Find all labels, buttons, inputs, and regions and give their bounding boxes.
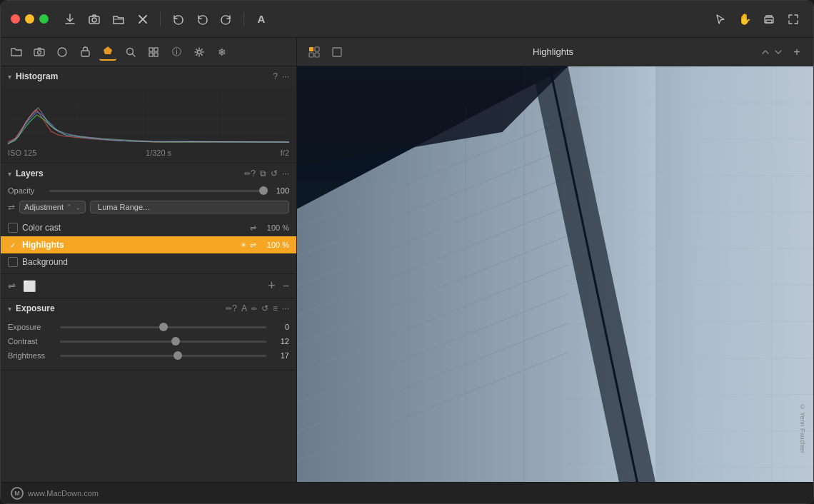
cursor-tool-icon[interactable]	[710, 9, 730, 29]
layer-item-highlights[interactable]: ✓ Highlights ☀ ⇌ 100 %	[1, 236, 296, 253]
camera-panel-tool[interactable]	[31, 44, 48, 61]
folder-panel-tool[interactable]	[8, 44, 25, 61]
title-chevron-down-icon	[773, 47, 783, 57]
text-icon[interactable]: A	[251, 9, 271, 29]
svg-marker-10	[104, 46, 112, 54]
layers-chevron: ▾	[8, 170, 11, 178]
background-checkbox[interactable]	[8, 257, 18, 267]
layers-add-icon[interactable]: +	[268, 278, 276, 293]
exposure-auto-icon[interactable]: A	[241, 303, 247, 313]
histogram-chevron: ▾	[8, 73, 11, 81]
svg-point-8	[58, 48, 66, 56]
exposure-value: 0	[272, 323, 289, 331]
color-cast-checkbox[interactable]	[8, 223, 18, 233]
svg-point-7	[38, 51, 41, 54]
delete-icon[interactable]	[133, 9, 153, 29]
toolbar-separator-2	[243, 12, 244, 26]
watermark: © Yenn Fauchier	[799, 403, 806, 453]
footer-url: www.MacDown.com	[28, 489, 99, 498]
layers-list: Color cast ⇌ 100 % ✓ Highlights ☀ ⇌	[1, 219, 296, 271]
contrast-label: Contrast	[8, 337, 54, 346]
info-panel-tool[interactable]: ⓘ	[168, 44, 185, 61]
layers-more-icon[interactable]: ···	[282, 168, 289, 178]
brightness-row: Brightness 17	[8, 351, 289, 360]
svg-rect-16	[154, 53, 158, 56]
redo-icon[interactable]	[216, 9, 236, 29]
histogram-help-icon[interactable]: ?	[273, 71, 278, 81]
layer-item-color-cast[interactable]: Color cast ⇌ 100 %	[1, 219, 296, 236]
exposure-slider[interactable]	[60, 326, 266, 328]
color-cast-pct: 100 %	[261, 223, 289, 232]
fullscreen-icon[interactable]	[783, 9, 803, 29]
image-nav	[760, 47, 783, 57]
grid-view-icon[interactable]	[306, 44, 323, 61]
print-icon[interactable]	[759, 9, 779, 29]
histogram-title: Histogram	[16, 71, 273, 81]
photo-svg	[297, 66, 813, 482]
layers-bottom: ⇌ ⬜ + −	[1, 273, 296, 298]
layers-reset-icon[interactable]: ↺	[271, 168, 278, 178]
exposure-section: ▾ Exposure ✏ ? A ✏ ↺ ≡ ··· Exposu	[1, 298, 296, 371]
grid-panel-tool[interactable]	[145, 44, 162, 61]
opacity-slider[interactable]	[49, 190, 263, 192]
svg-rect-26	[309, 53, 313, 57]
single-view-icon[interactable]	[328, 44, 346, 61]
svg-rect-27	[315, 53, 319, 57]
contrast-row: Contrast 12	[8, 337, 289, 346]
layers-copy-icon[interactable]: ⧉	[260, 168, 266, 178]
maximize-button[interactable]	[39, 14, 49, 24]
histogram-content: ISO 125 1/320 s f/2	[1, 86, 296, 163]
close-button[interactable]	[11, 14, 20, 24]
circle-panel-tool[interactable]	[54, 44, 71, 61]
exposure-color-icon[interactable]: ✏	[251, 305, 257, 313]
svg-rect-14	[154, 48, 158, 51]
exposure-reset-icon[interactable]: ↺	[261, 303, 268, 313]
lock-panel-tool[interactable]	[76, 44, 94, 61]
layers-rect-icon[interactable]: ⬜	[23, 280, 36, 293]
search-panel-tool[interactable]	[122, 44, 139, 61]
settings-panel-tool[interactable]	[191, 44, 208, 61]
brush-panel-tool[interactable]	[99, 44, 116, 61]
camera-icon[interactable]	[84, 9, 104, 29]
toolbar-right: ✋	[710, 9, 803, 29]
panel-toolbar: ⓘ ❄	[1, 38, 296, 66]
histogram-more-icon[interactable]: ···	[282, 71, 289, 81]
highlights-icons: ☀ ⇌	[240, 241, 256, 250]
minimize-button[interactable]	[25, 14, 34, 24]
hand-tool-icon[interactable]: ✋	[735, 9, 755, 29]
undo-icon[interactable]	[168, 9, 188, 29]
brightness-slider[interactable]	[60, 355, 266, 357]
svg-rect-13	[149, 48, 153, 51]
footer-logo: M www.MacDown.com	[11, 487, 99, 500]
undo2-icon[interactable]	[192, 9, 212, 29]
layers-filter-icon[interactable]: ⇌	[8, 281, 16, 291]
layers-remove-icon[interactable]: −	[283, 280, 289, 293]
svg-rect-9	[81, 51, 89, 56]
histogram-header[interactable]: ▾ Histogram ? ···	[1, 66, 296, 86]
exposure-more-icon[interactable]: ···	[282, 303, 289, 313]
download-icon[interactable]	[60, 9, 80, 29]
histogram-aperture: f/2	[281, 148, 289, 157]
add-preset-button[interactable]: +	[789, 44, 805, 60]
layers-help-icon[interactable]: ?	[251, 168, 256, 178]
layer-item-background[interactable]: Background	[1, 253, 296, 271]
exposure-header[interactable]: ▾ Exposure ✏ ? A ✏ ↺ ≡ ···	[1, 298, 296, 318]
image-title: Highlights	[351, 46, 755, 57]
highlights-pct: 100 %	[261, 241, 289, 249]
type-dropdown[interactable]: Adjustment ⌃ ⌃	[19, 201, 86, 213]
app-window: A ✋	[0, 0, 814, 504]
type-dropdown-label: Adjustment	[24, 203, 64, 211]
exposure-help-icon[interactable]: ?	[232, 303, 237, 313]
highlights-adjust-icon: ⇌	[250, 241, 256, 250]
layers-header[interactable]: ▾ Layers ✏ ? ⧉ ↺ ···	[1, 163, 296, 183]
contrast-slider[interactable]	[60, 341, 266, 343]
exposure-list-icon[interactable]: ≡	[273, 303, 278, 313]
exposure-title: Exposure	[16, 303, 223, 313]
histogram-iso: ISO 125	[8, 148, 36, 157]
footer-logo-icon: M	[11, 487, 24, 500]
plugins-panel-tool[interactable]: ❄	[213, 44, 231, 61]
histogram-canvas	[8, 92, 289, 146]
range-button[interactable]: Luma Range...	[90, 201, 289, 213]
folder-open-icon[interactable]	[109, 9, 129, 29]
highlights-checkbox[interactable]: ✓	[8, 240, 18, 250]
